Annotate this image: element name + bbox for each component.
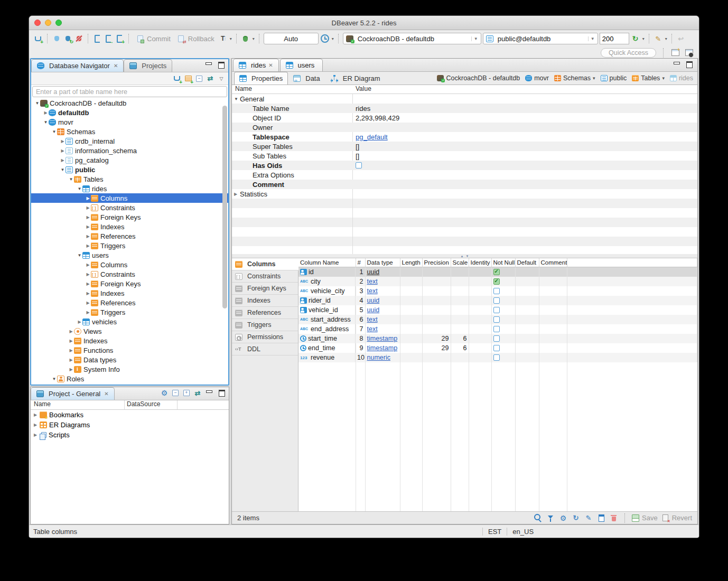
not-null-checkbox[interactable]: [493, 288, 500, 294]
side-tab[interactable]: Foreign Keys: [232, 283, 298, 295]
grid-column-header[interactable]: Comment: [539, 258, 567, 267]
expand-arrow-icon[interactable]: [43, 110, 49, 115]
open-perspective-icon[interactable]: [670, 48, 680, 58]
tree-item[interactable]: Schemas: [31, 127, 228, 136]
grid-row[interactable]: rider_id 4 uuid: [298, 296, 697, 305]
tree-item[interactable]: crdb_internal: [31, 136, 228, 146]
grid-tool-icon[interactable]: [609, 513, 619, 523]
expand-arrow-icon[interactable]: [85, 263, 91, 267]
timezone-indicator[interactable]: EST: [482, 528, 507, 536]
save-button[interactable]: Save: [631, 513, 658, 523]
tree-item[interactable]: Constraints: [31, 269, 228, 279]
tree-item[interactable]: References: [31, 298, 228, 307]
grid-tool-icon[interactable]: [558, 513, 568, 523]
grid-column-header[interactable]: Length: [400, 258, 422, 267]
property-row[interactable]: Sub Tables []: [232, 151, 697, 161]
not-null-checkbox[interactable]: [493, 326, 500, 332]
navigator-tool-icon[interactable]: [194, 74, 204, 83]
tree-item[interactable]: Foreign Keys: [31, 279, 228, 288]
expand-arrow-icon[interactable]: [85, 272, 91, 277]
grid-column-header[interactable]: Identity: [469, 258, 491, 267]
not-null-checkbox[interactable]: [493, 316, 500, 323]
grid-tool-icon[interactable]: [533, 513, 543, 523]
expand-arrow-icon[interactable]: [85, 215, 91, 220]
expand-arrow-icon[interactable]: [85, 291, 91, 296]
side-tab[interactable]: Indexes: [232, 295, 298, 307]
expand-arrow-icon[interactable]: [85, 310, 91, 315]
minimize-panel-icon[interactable]: [204, 60, 213, 70]
expand-arrow-icon[interactable]: [60, 167, 66, 172]
not-null-checkbox[interactable]: [493, 307, 500, 313]
breadcrumb-item[interactable]: rides: [670, 74, 693, 82]
connect-button[interactable]: [33, 34, 43, 43]
transaction-log-icon[interactable]: [320, 34, 330, 43]
rollback-button[interactable]: Rollback: [174, 34, 217, 43]
debug-icon[interactable]: [241, 34, 250, 43]
table-filter-input[interactable]: [32, 86, 227, 97]
maximize-panel-icon[interactable]: [217, 60, 226, 70]
transaction-mode-icon[interactable]: [218, 34, 228, 43]
tree-item[interactable]: References: [31, 231, 228, 241]
navigator-tool-icon[interactable]: [217, 74, 226, 83]
navigator-tool-icon[interactable]: [172, 74, 182, 83]
data-type-link[interactable]: uuid: [367, 297, 380, 304]
property-value[interactable]: []: [356, 143, 359, 151]
maximize-panel-icon[interactable]: [685, 60, 694, 69]
expand-arrow-icon[interactable]: [85, 224, 91, 229]
minimize-panel-icon[interactable]: [672, 60, 682, 69]
connection-action-icon[interactable]: [52, 34, 61, 43]
revert-button[interactable]: Revert: [661, 513, 692, 523]
side-tab[interactable]: Constraints: [232, 270, 298, 283]
breadcrumb-item[interactable]: Tables: [632, 74, 665, 82]
side-tab[interactable]: Permissions: [232, 331, 298, 343]
property-value[interactable]: pg_default: [356, 133, 388, 141]
tree-item[interactable]: Views: [31, 326, 228, 336]
editor-subtab[interactable]: Data: [288, 72, 325, 85]
scrollbar-thumb[interactable]: [222, 106, 227, 308]
property-row[interactable]: Has Oids: [232, 161, 697, 170]
quick-access-button[interactable]: Quick Access: [601, 48, 656, 58]
not-null-checkbox[interactable]: [493, 269, 500, 275]
grid-row[interactable]: end_address 7 text: [298, 324, 697, 334]
connection-action-icon[interactable]: [74, 34, 83, 43]
grid-column-header[interactable]: Default: [515, 258, 539, 267]
expand-arrow-icon[interactable]: [85, 282, 91, 286]
not-null-checkbox[interactable]: [493, 335, 500, 342]
data-type-link[interactable]: numeric: [367, 354, 390, 361]
not-null-checkbox[interactable]: [493, 297, 500, 304]
column-header-datasource[interactable]: DataSource: [125, 400, 178, 409]
expand-arrow-icon[interactable]: [68, 367, 74, 372]
expand-arrow-icon[interactable]: [77, 253, 82, 258]
has-oids-checkbox[interactable]: [356, 162, 362, 168]
grid-tool-icon[interactable]: [584, 513, 593, 523]
breadcrumb-item[interactable]: movr: [525, 74, 549, 82]
tree-item[interactable]: defaultdb: [31, 108, 228, 117]
property-row[interactable]: Table Name rides: [232, 104, 697, 113]
tree-item[interactable]: Foreign Keys: [31, 212, 228, 222]
tree-item[interactable]: public: [31, 165, 228, 174]
expand-arrow-icon[interactable]: [77, 186, 82, 191]
grid-row[interactable]: revenue 10 numeric: [298, 353, 697, 362]
breadcrumb-item[interactable]: public: [601, 74, 627, 82]
tree-item[interactable]: Functions: [31, 345, 228, 355]
editor-tab[interactable]: users: [280, 59, 323, 71]
grid-row[interactable]: vehicle_id 5 uuid: [298, 305, 697, 315]
refresh-icon[interactable]: [631, 34, 640, 43]
data-type-link[interactable]: timestamp: [367, 335, 398, 342]
expand-arrow-icon[interactable]: [68, 358, 74, 362]
tree-item[interactable]: movr: [31, 117, 228, 127]
expand-arrow-icon[interactable]: [77, 320, 82, 324]
tab-projects[interactable]: Projects: [124, 59, 172, 72]
dropdown-arrow[interactable]: ▾: [642, 36, 645, 41]
grid-tool-icon[interactable]: [571, 513, 581, 523]
property-row[interactable]: Object ID 2,293,998,429: [232, 113, 697, 123]
data-type-link[interactable]: text: [367, 287, 378, 295]
close-icon[interactable]: ✕: [268, 62, 273, 68]
expand-arrow-icon[interactable]: [68, 339, 74, 343]
not-null-checkbox[interactable]: [493, 345, 500, 351]
grid-column-header[interactable]: #: [356, 258, 365, 267]
fetch-size-input[interactable]: [600, 33, 629, 44]
editor-subtab[interactable]: ER Diagram: [325, 72, 386, 85]
expand-arrow-icon[interactable]: [60, 158, 66, 163]
side-tab[interactable]: Columns: [232, 258, 298, 270]
